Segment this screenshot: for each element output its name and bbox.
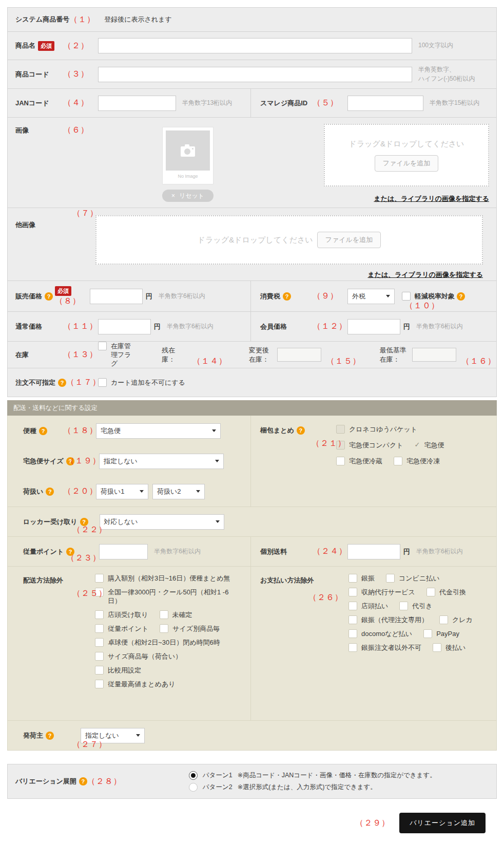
annotation-21: （２１） xyxy=(312,438,346,449)
variation-pattern1-option[interactable]: パターン1 ※商品コード・JANコード・画像・価格・在庫数の指定ができます。 xyxy=(189,771,436,780)
payment-exclusion-option[interactable]: PayPay xyxy=(423,629,459,638)
payment-exclusion-option[interactable]: 収納代行サービス xyxy=(348,588,415,596)
checkbox[interactable] xyxy=(160,624,168,633)
radio-selected[interactable] xyxy=(189,771,198,780)
checkbox[interactable] xyxy=(427,588,435,596)
checkbox[interactable] xyxy=(348,629,357,638)
image-reset-button[interactable]: × リセット xyxy=(162,190,214,202)
checkbox[interactable] xyxy=(399,602,408,610)
payment-exclusion-option[interactable]: 銀振注文者以外不可 xyxy=(348,643,421,652)
packing-checkbox[interactable] xyxy=(394,457,402,465)
help-icon[interactable]: ? xyxy=(79,777,87,785)
checkbox[interactable] xyxy=(433,643,441,652)
delivery-exclusion-option[interactable]: 店頭受け取り xyxy=(95,610,148,619)
delivery-exclusion-option[interactable]: サイズ商品毎（荷合い） xyxy=(95,652,235,661)
delivery-exclusion-option[interactable]: 全国一律3000円・クール50円（相対1 -6日） xyxy=(95,588,235,605)
delivery-exclusion-option[interactable]: 購入額別（相対3日~16日）便種まとめ無 xyxy=(95,574,235,583)
delivery-exclusion-option[interactable]: 従量最高値まとめあり xyxy=(95,680,235,688)
variation-pattern2-note: ※選択形式(または、入力形式)で指定できます。 xyxy=(238,783,377,792)
checkbox[interactable] xyxy=(95,610,104,619)
checkbox[interactable] xyxy=(95,680,104,688)
checkbox[interactable] xyxy=(439,615,448,624)
packing-checkbox[interactable] xyxy=(336,457,345,465)
help-icon[interactable]: ? xyxy=(457,292,465,301)
smaregi-cell: スマレジ商品ID （５） 半角数字15桁以内 xyxy=(250,89,496,117)
help-icon[interactable]: ? xyxy=(46,488,54,496)
checkbox[interactable] xyxy=(348,615,357,624)
delivery-exclusion-option[interactable]: 未確定 xyxy=(160,610,192,619)
payment-exclusion-option[interactable]: 代引き xyxy=(399,602,432,610)
checkbox[interactable] xyxy=(348,643,357,652)
handling-row: 荷扱い ? （２０） 荷扱い1 荷扱い2 xyxy=(8,476,250,507)
variation-pattern2-option[interactable]: パターン2 ※選択形式(または、入力形式)で指定できます。 xyxy=(189,783,436,792)
size-select[interactable]: 指定しない xyxy=(99,454,224,469)
jan-input[interactable] xyxy=(98,96,176,111)
point-input[interactable] xyxy=(99,544,148,559)
checkbox[interactable] xyxy=(95,574,104,583)
indiv-input[interactable] xyxy=(347,544,400,559)
help-icon[interactable]: ? xyxy=(46,732,54,740)
smaregi-input[interactable] xyxy=(347,96,423,111)
delivery-exclusion-option[interactable]: 比較用設定 xyxy=(95,666,235,675)
locker-select[interactable]: 対応しない xyxy=(100,514,224,530)
handling1-select[interactable]: 荷扱い1 xyxy=(96,484,148,499)
packing-option[interactable]: 宅急便冷凍 xyxy=(394,457,440,465)
help-icon[interactable]: ? xyxy=(39,427,47,435)
payment-exclusion-option[interactable]: 銀振（代理注文専用） xyxy=(348,615,428,624)
row-product-name: 商品名 必須 （２） 100文字以内 xyxy=(8,31,496,60)
checkbox[interactable] xyxy=(95,638,104,647)
stock-flag-checkbox[interactable] xyxy=(98,342,107,350)
payment-exclusion-option[interactable]: コンビニ払い xyxy=(386,574,440,583)
payment-exclusion-option[interactable]: 後払い xyxy=(433,643,466,652)
library-link[interactable]: または、ライブラリの画像を指定する xyxy=(367,271,483,278)
checkbox[interactable] xyxy=(95,624,104,633)
product-name-label: 商品名 必須 xyxy=(8,41,63,51)
packing-option[interactable]: 宅急便冷蔵 xyxy=(336,457,382,465)
payment-exclusion-option[interactable]: クレカ xyxy=(439,615,473,624)
image-dropzone[interactable]: ドラッグ&ドロップしてください ファイルを追加 xyxy=(324,124,489,186)
tax-select[interactable]: 外税 xyxy=(347,289,395,304)
help-icon[interactable]: ? xyxy=(283,292,291,301)
checkbox[interactable] xyxy=(348,574,357,583)
delivery-exclusion-option[interactable]: 卓球便（相対2日~30日）閉め時間6時 xyxy=(95,638,235,647)
stock-flag-option[interactable]: 在庫管理フラグ xyxy=(98,342,137,368)
min-stock-input[interactable] xyxy=(412,348,456,362)
library-link[interactable]: または、ライブラリの画像を指定する xyxy=(374,195,489,202)
payment-exclusion-option[interactable]: 店頭払い xyxy=(348,602,388,610)
product-name-input[interactable] xyxy=(98,38,412,53)
add-file-button[interactable]: ファイルを追加 xyxy=(375,155,439,172)
payment-exclusion-option[interactable]: 代金引換 xyxy=(427,588,466,596)
checkbox[interactable] xyxy=(95,666,104,675)
bin-type-select[interactable]: 宅急便 xyxy=(96,423,221,439)
after-stock-input[interactable] xyxy=(277,348,321,362)
checkbox[interactable] xyxy=(348,588,357,596)
product-code-input[interactable] xyxy=(98,67,412,82)
delivery-exclusion-option[interactable]: 従量ポイント xyxy=(95,624,148,633)
packing-selected-note: ✓ 宅急便 xyxy=(415,441,444,450)
help-icon[interactable]: ? xyxy=(297,426,305,435)
reduced-tax-checkbox[interactable] xyxy=(402,292,411,301)
handling2-select[interactable]: 荷扱い2 xyxy=(152,484,205,499)
no-order-option[interactable]: カート追加を不可にする xyxy=(98,378,185,387)
payment-exclusion-option[interactable]: 銀振 xyxy=(348,574,375,583)
add-variation-button[interactable]: バリエーション追加 xyxy=(399,813,486,833)
help-icon[interactable]: ? xyxy=(58,379,66,387)
delivery-exclusion-option[interactable]: サイズ別商品毎 xyxy=(160,624,220,633)
checkbox[interactable] xyxy=(95,652,104,661)
checkbox[interactable] xyxy=(160,610,168,619)
help-icon[interactable]: ? xyxy=(45,292,53,301)
checkbox[interactable] xyxy=(386,574,395,583)
sale-price-input[interactable] xyxy=(90,289,143,304)
add-file-button[interactable]: ファイルを追加 xyxy=(317,232,381,248)
reduced-tax-option[interactable]: 軽減税率対象 xyxy=(402,292,455,301)
radio-unselected[interactable] xyxy=(189,783,198,792)
member-price-input[interactable] xyxy=(347,319,400,334)
no-order-checkbox[interactable] xyxy=(98,378,107,387)
size-row: 宅急便サイズ ? （１９） 指定しない xyxy=(8,446,250,476)
packing-option[interactable]: クロネコゆうパケット xyxy=(336,425,444,434)
regular-price-input[interactable] xyxy=(98,319,151,334)
payment-exclusion-option[interactable]: docomoなど払い xyxy=(348,629,412,638)
checkbox[interactable] xyxy=(423,629,432,638)
other-image-dropzone[interactable]: ドラッグ&ドロップしてください ファイルを追加 xyxy=(95,215,483,265)
checkbox[interactable] xyxy=(348,602,357,610)
